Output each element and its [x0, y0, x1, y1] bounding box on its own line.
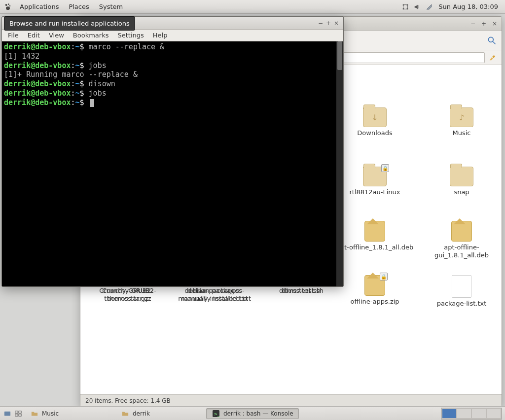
svg-point-0	[5, 4, 7, 6]
package-icon	[451, 221, 472, 242]
close-icon[interactable]: ×	[332, 19, 340, 27]
svg-point-1	[8, 3, 9, 5]
minimize-icon[interactable]: −	[317, 19, 325, 27]
folder-icon: 🔒	[363, 167, 387, 186]
taskbar-task[interactable]: derrik	[115, 408, 204, 419]
file-label: Downloads	[357, 129, 392, 137]
file-label: offline-apps.zip	[350, 298, 399, 306]
network-icon[interactable]	[401, 2, 410, 11]
taskbar-task[interactable]: >_derrik : bash — Konsole	[206, 408, 299, 419]
term-menu-view[interactable]: View	[45, 31, 68, 40]
volume-icon[interactable]	[413, 2, 422, 11]
file-label: rtl8812au-Linux	[349, 188, 400, 196]
svg-rect-4	[403, 4, 404, 5]
svg-point-2	[9, 5, 11, 6]
terminal-line: [1] 1432	[4, 52, 341, 61]
svg-point-3	[6, 6, 10, 10]
terminal-line: [1]+ Running marco --replace &	[4, 70, 341, 79]
panel-menu-applications[interactable]: Applications	[15, 1, 64, 12]
task-label: derrik	[133, 410, 150, 417]
svg-rect-10	[4, 411, 10, 416]
term-menu-settings[interactable]: Settings	[113, 31, 147, 40]
applications-tooltip: Browse and run installed applications	[4, 16, 135, 31]
file-item[interactable]: 🔒rtl8812au-Linux	[333, 167, 417, 196]
file-label: snap	[454, 188, 469, 196]
panel-menu-places[interactable]: Places	[64, 1, 94, 12]
term-menubar: FileEditViewBookmarksSettingsHelp	[2, 30, 343, 41]
task-label: Music	[42, 410, 59, 417]
panel-menu-system[interactable]: System	[94, 1, 128, 12]
term-menu-file[interactable]: File	[4, 31, 23, 40]
terminal-output[interactable]: derrik@deb-vbox:~$ marco --replace &[1] …	[2, 41, 343, 286]
svg-rect-5	[407, 4, 408, 5]
file-item[interactable]: package-list.txt	[420, 275, 502, 308]
notification-icon[interactable]	[425, 2, 433, 11]
folder-icon	[30, 409, 39, 418]
search-icon[interactable]	[486, 35, 498, 46]
minimize-icon[interactable]: −	[469, 20, 477, 28]
terminal-icon: >_	[212, 409, 220, 418]
file-label: dkms-test.sh	[260, 287, 339, 295]
file-item[interactable]: snap	[420, 167, 502, 196]
clock[interactable]: Sun Aug 18, 03:09	[436, 3, 500, 10]
maximize-icon[interactable]: +	[325, 19, 332, 27]
folder-icon: ♪	[450, 107, 473, 127]
folder-icon: ↓	[363, 107, 387, 127]
system-tray: Sun Aug 18, 03:09	[401, 2, 502, 11]
bottom-panel: Musicderrik>_derrik : bash — Konsole	[0, 406, 505, 420]
package-icon: 🔒	[364, 275, 385, 296]
svg-rect-14	[19, 414, 21, 416]
fm-statusbar: 20 items, Free space: 1.4 GB	[80, 394, 502, 406]
maximize-icon[interactable]: +	[480, 20, 488, 28]
lock-badge-icon: 🔒	[380, 273, 388, 280]
file-label: apt-offline_1.8.1_all.deb	[336, 244, 414, 251]
svg-rect-12	[19, 411, 21, 413]
top-panel: Applications Places System Sun Aug 18, 0…	[0, 0, 505, 14]
svg-point-8	[488, 37, 493, 42]
svg-rect-11	[15, 411, 18, 413]
term-menu-bookmarks[interactable]: Bookmarks	[69, 31, 113, 40]
file-item[interactable]: debian-packages-manually-installed.txt	[174, 287, 262, 302]
file-label: package-list.txt	[437, 300, 487, 308]
workspace-1[interactable]	[442, 409, 456, 418]
terminal-line: derrik@deb-vbox:~$ disown	[4, 79, 341, 89]
file-item[interactable]: Crunchy-GRUB2-themes.tar.gz	[87, 287, 176, 302]
workspace-switcher[interactable]	[441, 408, 502, 420]
taskbar-task[interactable]: Music	[25, 408, 113, 419]
svg-rect-7	[407, 8, 408, 9]
workspace-4[interactable]	[487, 409, 501, 418]
terminal-scrollbar[interactable]	[336, 41, 343, 286]
term-menu-edit[interactable]: Edit	[24, 31, 44, 40]
term-menu-help[interactable]: Help	[149, 31, 172, 40]
terminal-line: derrik@deb-vbox:~$	[4, 98, 341, 107]
scrollbar-thumb[interactable]	[337, 41, 342, 70]
workspace-2[interactable]	[457, 409, 471, 418]
svg-rect-6	[403, 8, 404, 9]
file-item[interactable]: dkms-test.sh	[260, 287, 349, 295]
folder-icon	[121, 409, 130, 418]
file-item[interactable]: apt-offline-gui_1.8.1_all.deb	[420, 221, 502, 259]
file-item[interactable]: ♪Music	[420, 107, 502, 137]
terminal-window[interactable]: >_ : bash — Konsole : bash — Konsole − +…	[1, 16, 344, 287]
file-label: Crunchy-GRUB2-themes.tar.gz	[87, 287, 166, 302]
terminal-line: derrik@deb-vbox:~$ marco --replace &	[4, 42, 341, 52]
svg-text:>_: >_	[214, 411, 219, 416]
file-label: debian-packages-manually-installed.txt	[174, 287, 252, 302]
show-desktop-icon[interactable]	[3, 409, 12, 418]
gnome-foot-icon	[3, 2, 13, 12]
svg-line-9	[493, 41, 496, 44]
terminal-line: derrik@deb-vbox:~$ jobs	[4, 89, 341, 98]
file-item[interactable]: apt-offline_1.8.1_all.deb	[333, 221, 417, 251]
lock-badge-icon: 🔒	[381, 164, 389, 172]
file-item[interactable]: ↓Downloads	[333, 107, 417, 137]
close-icon[interactable]: ×	[491, 20, 499, 28]
workspace-3[interactable]	[472, 409, 486, 418]
package-icon	[364, 221, 385, 242]
text-file-icon	[452, 275, 471, 298]
task-label: derrik : bash — Konsole	[223, 410, 293, 417]
broom-icon[interactable]	[487, 52, 498, 63]
svg-rect-13	[15, 414, 18, 416]
folder-icon	[450, 167, 473, 186]
window-list-icon[interactable]	[14, 409, 23, 418]
terminal-line: derrik@deb-vbox:~$ jobs	[4, 61, 341, 70]
